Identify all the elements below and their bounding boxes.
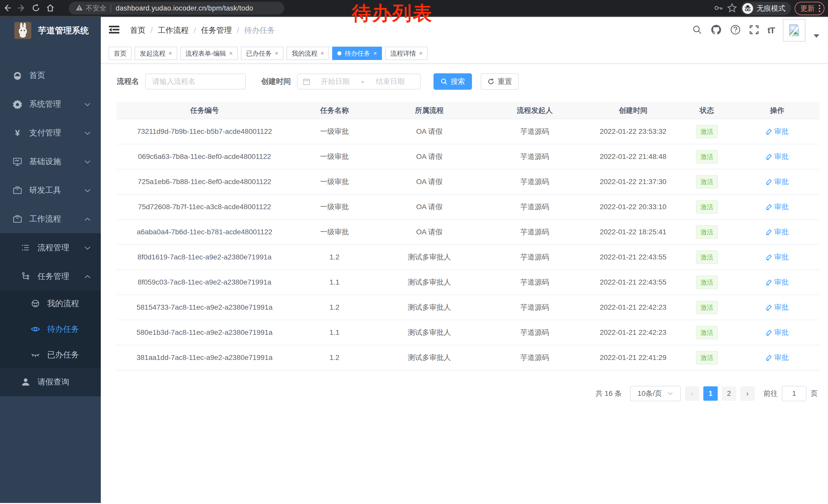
sidebar-collapse-icon[interactable] — [109, 25, 120, 36]
sidebar-item-process-mgmt[interactable]: 流程管理 — [0, 233, 101, 262]
approve-link[interactable]: 审批 — [766, 252, 789, 262]
tab-home[interactable]: 首页 — [109, 47, 132, 60]
search-button[interactable]: 搜索 — [433, 73, 472, 90]
briefcase-icon — [12, 185, 23, 195]
tab-process-detail[interactable]: 流程详情× — [385, 47, 427, 60]
approve-link[interactable]: 审批 — [766, 202, 789, 212]
sidebar-item-todo-tasks[interactable]: 待办任务 — [0, 316, 101, 342]
initiator-cell: 芋道源码 — [482, 220, 587, 244]
close-icon[interactable]: × — [169, 50, 172, 57]
page-size-select[interactable]: 10条/页 — [630, 386, 681, 401]
forward-icon[interactable] — [14, 1, 29, 15]
approve-link[interactable]: 审批 — [766, 303, 789, 312]
reload-icon[interactable] — [29, 1, 43, 15]
font-size-icon[interactable]: tT — [768, 26, 775, 35]
close-icon[interactable]: × — [229, 50, 233, 57]
tab-todo-tasks[interactable]: 待办任务× — [332, 47, 382, 60]
sidebar-item-my-process[interactable]: 我的流程 — [0, 291, 101, 316]
update-label[interactable]: 更新 — [800, 4, 815, 13]
github-icon[interactable] — [710, 24, 722, 36]
table-row[interactable]: 73211d9d-7b9b-11ec-b5b7-acde48001122 一级审… — [117, 119, 819, 144]
sidebar-item-system[interactable]: 系统管理 — [0, 90, 101, 119]
goto-page-input[interactable] — [782, 386, 806, 401]
status-badge: 激活 — [696, 200, 718, 214]
update-button[interactable]: 更新 — [795, 2, 824, 15]
col-task-id: 任务编号 — [117, 102, 292, 119]
incognito-icon — [742, 3, 753, 14]
breadcrumb-workflow[interactable]: 工作流程 — [158, 25, 189, 36]
table-row[interactable]: 58154733-7ac8-11ec-a9e2-a2380e71991a 1.2… — [117, 295, 819, 320]
page-2-button[interactable]: 2 — [722, 386, 736, 401]
task-name-cell: 一级审批 — [292, 119, 377, 144]
sidebar-item-home[interactable]: 首页 — [0, 61, 101, 90]
task-name-cell: 一级审批 — [292, 169, 377, 194]
table-row[interactable]: 725a1eb6-7b88-11ec-8ef0-acde48001122 一级审… — [117, 169, 819, 194]
table-row[interactable]: a6aba0a4-7b6d-11ec-b781-acde48001122 一级审… — [117, 220, 819, 244]
edit-pencil-icon — [766, 203, 772, 210]
password-key-icon[interactable] — [713, 3, 723, 14]
approve-link[interactable]: 审批 — [766, 353, 789, 363]
table-row[interactable]: 8f0d1619-7ac8-11ec-a9e2-a2380e71991a 1.2… — [117, 244, 819, 270]
approve-link[interactable]: 审批 — [766, 152, 789, 162]
close-icon[interactable]: × — [419, 50, 422, 57]
close-icon[interactable]: × — [320, 50, 324, 57]
flow-tree-icon — [20, 272, 31, 281]
avatar-caret-icon[interactable] — [814, 34, 819, 38]
security-warning-icon[interactable] — [75, 4, 83, 12]
status-badge: 激活 — [696, 276, 718, 289]
table-row[interactable]: 8f059c03-7ac8-11ec-a9e2-a2380e71991a 1.1… — [117, 270, 819, 295]
tab-form-edit[interactable]: 流程表单-编辑× — [180, 47, 238, 60]
task-id-cell: 580e1b3d-7ac8-11ec-a9e2-a2380e71991a — [117, 320, 292, 345]
table-row[interactable]: 75d72608-7b7f-11ec-a3c8-acde48001122 一级审… — [117, 194, 819, 220]
home-icon[interactable] — [43, 1, 57, 15]
table-row[interactable]: 069c6a63-7b8a-11ec-8ef0-acde48001122 一级审… — [117, 144, 819, 169]
process-cell: 测试多审批人 — [377, 270, 482, 295]
next-page-button[interactable]: › — [740, 386, 755, 401]
sidebar-item-task-mgmt[interactable]: 任务管理 — [0, 262, 101, 291]
approve-link[interactable]: 审批 — [766, 277, 789, 287]
close-icon[interactable]: × — [373, 50, 377, 57]
create-time-label: 创建时间 — [261, 77, 291, 87]
address-bar[interactable]: 不安全 dashboard.yudao.iocoder.cn/bpm/task/… — [69, 2, 284, 15]
breadcrumb-task-mgmt[interactable]: 任务管理 — [201, 25, 232, 36]
prev-page-button[interactable]: ‹ — [685, 386, 699, 401]
start-date-placeholder[interactable]: 开始日期 — [310, 77, 360, 86]
app-logo-row[interactable]: 芋道管理系统 — [0, 17, 101, 44]
avatar[interactable] — [783, 19, 805, 42]
fullscreen-icon[interactable] — [749, 25, 759, 36]
breadcrumb-home[interactable]: 首页 — [130, 25, 146, 36]
divider — [111, 4, 111, 12]
sidebar-item-leave-query[interactable]: 请假查询 — [0, 368, 101, 396]
page-1-button[interactable]: 1 — [703, 386, 718, 401]
status-cell: 激活 — [679, 220, 735, 244]
bookmark-star-icon[interactable] — [727, 3, 737, 14]
back-icon[interactable] — [0, 1, 14, 15]
url-text[interactable]: dashboard.yudao.iocoder.cn/bpm/task/todo — [116, 4, 253, 12]
approve-link[interactable]: 审批 — [766, 227, 789, 237]
reset-button[interactable]: 重置 — [481, 73, 519, 90]
sidebar-item-done-tasks[interactable]: 已办任务 — [0, 342, 101, 368]
status-badge: 激活 — [696, 351, 718, 365]
task-name-cell: 1.2 — [292, 244, 377, 270]
search-icon[interactable] — [692, 25, 702, 36]
approve-link[interactable]: 审批 — [766, 127, 789, 136]
approve-link[interactable]: 审批 — [766, 177, 789, 187]
approve-link[interactable]: 审批 — [766, 328, 789, 337]
sidebar-item-payment[interactable]: ¥ 支付管理 — [0, 119, 101, 147]
browser-menu-icon[interactable] — [819, 5, 820, 12]
close-icon[interactable]: × — [275, 50, 278, 57]
task-name-cell: 1.2 — [292, 345, 377, 370]
process-name-input[interactable] — [145, 74, 246, 89]
table-row[interactable]: 381aa1dd-7ac8-11ec-a9e2-a2380e71991a 1.2… — [117, 345, 819, 370]
tab-done-tasks[interactable]: 已办任务× — [241, 47, 283, 60]
sidebar-item-devtools[interactable]: 研发工具 — [0, 176, 101, 204]
sidebar-item-workflow[interactable]: 工作流程 — [0, 204, 101, 233]
tab-start-process[interactable]: 发起流程× — [135, 47, 177, 60]
date-range-picker[interactable]: 开始日期 - 结束日期 — [297, 74, 421, 89]
end-date-placeholder[interactable]: 结束日期 — [366, 77, 415, 86]
tab-my-process[interactable]: 我的流程× — [287, 47, 329, 60]
help-icon[interactable] — [730, 25, 741, 36]
table-row[interactable]: 580e1b3d-7ac8-11ec-a9e2-a2380e71991a 1.1… — [117, 320, 819, 345]
col-process: 所属流程 — [377, 102, 482, 119]
sidebar-item-infra[interactable]: 基础设施 — [0, 147, 101, 176]
